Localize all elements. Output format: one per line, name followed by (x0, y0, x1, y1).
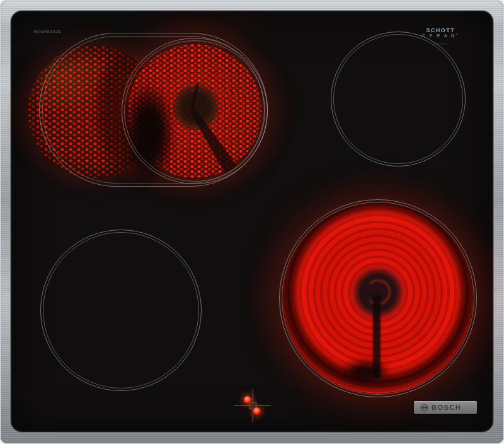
schott-ceran-line1: SCHOTT (422, 27, 459, 33)
residual-heat-indicator-dot (244, 396, 251, 404)
bosch-logo-text: BOSCH (432, 404, 461, 411)
bosch-badge: BOSCH (414, 401, 477, 414)
schott-ceran-logo: SCHOTT C E R A N® MIRODUR (422, 27, 459, 46)
registered-mark: ® (456, 33, 459, 36)
glass-code-print: MIRODUR (422, 43, 459, 46)
front-left-zone-outline (40, 230, 202, 391)
model-number-print: NKN645GA2E (33, 30, 61, 33)
schott-ceran-line2: C E R A N® (422, 33, 459, 38)
back-right-zone-outline (331, 32, 466, 166)
element-base-shadow (338, 358, 392, 385)
back-left-main-element-glowing (128, 44, 261, 178)
residual-heat-indicator-dot (253, 407, 261, 415)
cooktop-stainless-frame: NKN645GA2E SCHOTT C E R A N® MIRODUR (0, 0, 504, 444)
front-right-element-glowing (283, 203, 473, 394)
bosch-armature-icon (420, 404, 428, 412)
ceramic-glass-surface: NKN645GA2E SCHOTT C E R A N® MIRODUR (12, 12, 492, 431)
